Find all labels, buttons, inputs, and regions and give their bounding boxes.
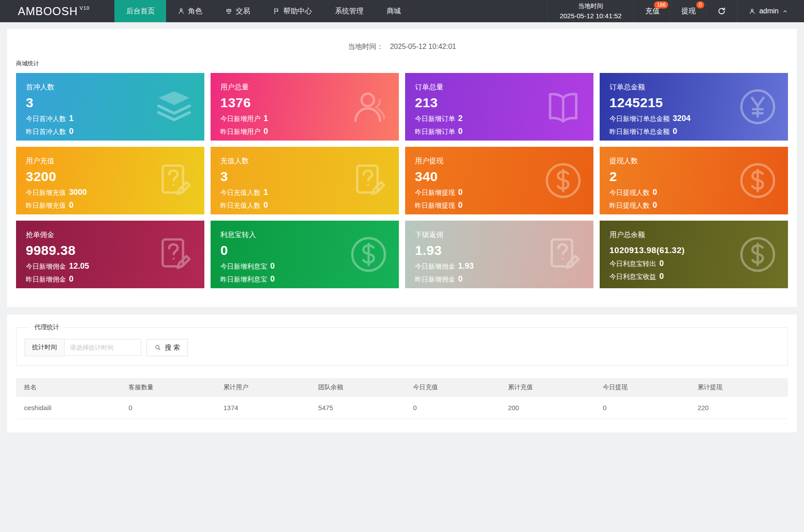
nav-item-label: 系统管理 (335, 7, 363, 16)
main-menu: 后台首页角色交易帮助中心系统管理商城 (114, 0, 412, 22)
withdraw-nav-button[interactable]: 提现 0 (670, 0, 706, 22)
card-sub-label: 今日首冲人数 (26, 115, 66, 122)
card-sub-line: 昨日首冲人数0 (26, 127, 195, 136)
search-button[interactable]: 搜 索 (146, 339, 188, 356)
filter-row: 统计时间 搜 索 (24, 339, 780, 356)
doc-question-icon (349, 161, 388, 200)
table-cell: 5475 (314, 397, 409, 419)
card-sub-label: 昨日首冲人数 (26, 128, 66, 135)
card-sub-value: 1 (264, 114, 268, 123)
dollar-circle-icon (738, 161, 777, 200)
card-sub-label: 昨日新增提现 (415, 202, 455, 209)
table-cell: ceshidaili (16, 397, 124, 419)
card-sub-value: 0 (69, 274, 73, 283)
local-time-label: 当地时间 (578, 1, 603, 11)
person-icon (178, 8, 185, 15)
card-sub-line: 昨日新增提现0 (415, 201, 584, 210)
card-sub-value: 0 (653, 201, 657, 210)
stat-card-user-withdraw: 用户提现340今日新增提现0昨日新增提现0 (405, 147, 593, 214)
brand-logo: AMBOOSH V10 (0, 0, 114, 22)
table-column-header: 今日充值 (409, 378, 504, 397)
table-column-header: 姓名 (16, 378, 124, 397)
card-sub-value: 1 (264, 188, 268, 197)
card-sub-label: 昨日新增订单 (415, 128, 455, 135)
card-sub-label: 今日新增佣金 (26, 262, 66, 270)
table-column-header: 今日提现 (598, 378, 693, 397)
panel-local-time-value: 2025-05-12 10:42:01 (390, 43, 456, 50)
card-sub-value: 0 (659, 272, 664, 281)
table-column-header: 累计用户 (219, 378, 314, 397)
table-cell: 0 (124, 397, 219, 419)
book-icon (544, 87, 583, 126)
table-header-row: 姓名客服数量累计用户团队余额今日充值累计充值今日提现累计提现 (16, 378, 788, 397)
search-button-label: 搜 索 (165, 343, 180, 352)
user-menu[interactable]: admin (737, 0, 804, 22)
dollar-circle-icon (738, 235, 777, 274)
withdraw-badge: 0 (696, 1, 705, 8)
section-title: 商城统计 (16, 60, 788, 68)
card-sub-line: 昨日新增订单总金额0 (609, 127, 778, 136)
stat-card-recharge-users: 充值人数3今日充值人数1昨日充值人数0 (211, 147, 399, 214)
card-sub-label: 昨日新增充值 (26, 202, 66, 209)
card-sub-label: 昨日新增佣金 (415, 275, 455, 283)
table-cell: 0 (598, 397, 693, 419)
stat-time-input[interactable] (65, 339, 141, 356)
card-sub-label: 今日提现人数 (609, 189, 650, 196)
refresh-icon (717, 7, 726, 16)
stat-cards-grid: 首冲人数3今日首冲人数1昨日首冲人数0用户总量1376今日新增用户1昨日新增用户… (16, 73, 788, 288)
scales-icon (225, 8, 232, 15)
card-sub-label: 昨日新增订单总金额 (609, 128, 670, 135)
nav-item-roles[interactable]: 角色 (166, 0, 214, 22)
card-sub-label: 今日利息宝收益 (609, 273, 656, 280)
agent-table: 姓名客服数量累计用户团队余额今日充值累计充值今日提现累计提现 ceshidail… (16, 378, 788, 419)
nav-item-system[interactable]: 系统管理 (323, 0, 375, 22)
card-sub-value: 1 (69, 114, 73, 123)
username: admin (759, 7, 779, 15)
stat-card-total-orders: 订单总量213今日新增订单2昨日新增订单0 (405, 73, 593, 141)
card-sub-label: 昨日充值人数 (220, 202, 260, 209)
nav-item-help-center[interactable]: 帮助中心 (261, 0, 323, 22)
stat-card-order-commission: 抢单佣金9989.38今日新增佣金12.05昨日新增佣金0 (16, 221, 204, 288)
recharge-badge: 186 (654, 1, 668, 8)
card-sub-value: 1.93 (458, 262, 474, 270)
card-sub-label: 昨日新增利息宝 (220, 275, 267, 283)
card-sub-value: 0 (69, 127, 73, 136)
brand-version: V10 (80, 5, 90, 11)
nav-item-home[interactable]: 后台首页 (114, 0, 166, 22)
card-sub-value: 0 (458, 201, 463, 210)
doc-question-icon (154, 161, 194, 200)
nav-item-mall[interactable]: 商城 (375, 0, 412, 22)
person-icon (749, 8, 755, 15)
agent-stats-legend: 代理统计 (30, 323, 64, 331)
table-row: ceshidaili01374547502000220 (16, 397, 788, 419)
card-sub-value: 0 (458, 274, 463, 283)
table-cell: 200 (504, 397, 598, 419)
nav-item-label: 角色 (188, 7, 202, 16)
nav-item-label: 交易 (236, 7, 250, 16)
card-sub-label: 昨日提现人数 (609, 202, 650, 209)
card-sub-value: 3000 (69, 188, 87, 197)
nav-item-label: 商城 (386, 7, 401, 16)
stat-card-user-total-balance: 用户总余额1020913.98(61.32)今日利息宝转出0今日利息宝收益0 (600, 221, 788, 288)
nav-item-trade[interactable]: 交易 (214, 0, 261, 22)
brand-name: AMBOOSH (18, 5, 78, 18)
flag-icon (273, 8, 280, 15)
stat-card-total-order-amount: 订单总金额1245215今日新增订单总金额3204昨日新增订单总金额0 (600, 73, 788, 141)
chevron-up-icon (782, 8, 788, 14)
refresh-button[interactable] (706, 0, 737, 22)
stat-card-user-recharge: 用户充值3200今日新增充值3000昨日新增充值0 (16, 147, 204, 214)
card-sub-label: 今日新增用户 (220, 115, 260, 122)
table-column-header: 累计充值 (504, 378, 598, 397)
card-sub-line: 昨日充值人数0 (220, 201, 389, 210)
dollar-circle-icon (544, 161, 583, 200)
layers-icon (154, 87, 194, 126)
recharge-nav-button[interactable]: 充值 186 (634, 0, 670, 22)
card-sub-value: 0 (653, 188, 657, 197)
card-sub-value: 0 (270, 262, 275, 270)
card-sub-value: 2 (458, 114, 463, 123)
stats-panel: 当地时间： 2025-05-12 10:42:01 商城统计 首冲人数3今日首冲… (7, 29, 797, 307)
card-sub-value: 3204 (673, 114, 690, 123)
doc-question-icon (544, 235, 583, 274)
card-sub-value: 0 (659, 259, 664, 268)
card-sub-line: 昨日新增订单0 (415, 127, 584, 136)
